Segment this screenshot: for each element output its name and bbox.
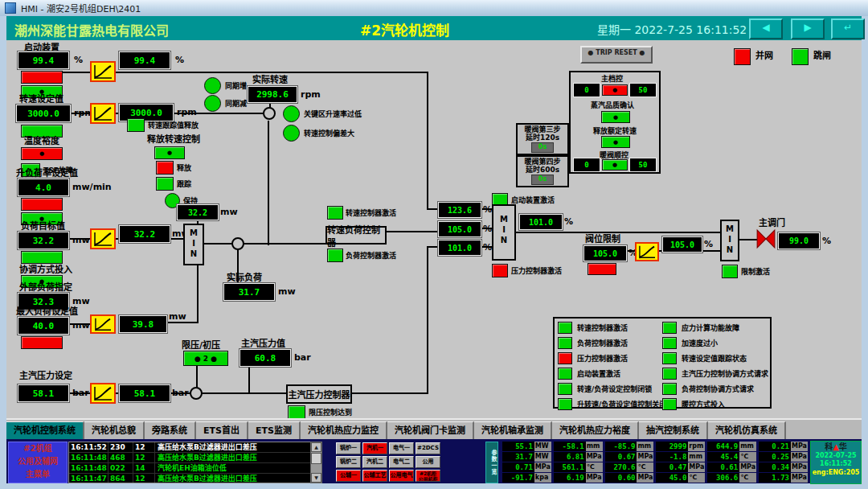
pressure-setpoint-unit: bar	[72, 388, 89, 398]
alarm-row[interactable]: 16:11:52 230 12 高压给水泵B过滤器进出口差压	[69, 442, 310, 453]
btn-boiler-1[interactable]: 锅炉一	[336, 442, 361, 454]
scroll-down-icon[interactable]: ▼	[311, 473, 321, 483]
btn-common-electric[interactable]: 公用电气	[389, 470, 414, 482]
tab-thermal-stress-monitor[interactable]: 汽轮机热应力监控	[301, 421, 387, 440]
crit-zone-lamp[interactable]	[283, 105, 300, 122]
btn-turbine-1[interactable]: 汽机一	[362, 442, 387, 454]
scroll-up-icon[interactable]: ▲	[311, 442, 321, 452]
btn-2dcs[interactable]: #2DCS	[416, 442, 440, 454]
speed-dev-lamp[interactable]	[283, 125, 300, 142]
btn-cabinet-status[interactable]: #2机柜 公用机柜	[416, 470, 440, 482]
master-gear-button[interactable]: ●	[602, 84, 628, 96]
status-row: 主汽压力控制协调方式请求	[662, 368, 768, 380]
tab-valve-stuck-monitor[interactable]: 汽轮机阀门卡监测	[387, 421, 474, 440]
tab-ets-monitor[interactable]: ETS监测	[248, 421, 301, 440]
speed-ctrl-active-lamp[interactable]	[327, 206, 343, 220]
release-rated-button[interactable]: ●	[601, 136, 630, 148]
pv-cell: -1.8mm	[656, 452, 705, 462]
limit-active-lamp[interactable]	[722, 265, 738, 278]
status-lamp	[662, 322, 677, 334]
ramp-limiter-icon	[90, 61, 116, 82]
header-datetime: 星期一 2022-7-25 16:11:52	[597, 21, 747, 37]
limit-init-selector[interactable]: ● 2 ●	[183, 351, 228, 366]
nav-prev-button[interactable]: ◀	[749, 18, 783, 39]
load-ctrl-active-lamp[interactable]	[327, 249, 343, 262]
speed-setpoint-value: 3000.0	[16, 105, 71, 122]
status-label: 负荷控制器激活	[577, 338, 628, 348]
load-target-lamp[interactable]	[21, 251, 63, 264]
track-lamp[interactable]	[156, 177, 174, 191]
tab-turbine-simulation[interactable]: 汽轮机仿真系统	[708, 421, 786, 440]
pv-unit: MPa	[586, 452, 603, 462]
nav-next-button[interactable]: ▶	[791, 18, 825, 39]
pressure-active-label: 压力控制器激活	[511, 266, 562, 276]
pv-cell: 0.60MPa	[605, 473, 654, 483]
ext-load-unit: mw	[72, 296, 90, 306]
alarm-row[interactable]: 16:11:48 022 14 汽轮机EH油箱油位低	[69, 463, 310, 474]
vendor-logo: 科▲华	[811, 442, 861, 452]
master-gear-label: 主档控	[601, 73, 623, 84]
load-rate-lamp-red[interactable]	[21, 198, 63, 211]
ramp-limiter-icon	[90, 383, 116, 404]
pressure-active-lamp[interactable]	[492, 264, 508, 277]
tab-turbine-control[interactable]: 汽轮机控制系统	[6, 421, 84, 440]
alarm-row[interactable]: 16:11:48 468 12 高压给水泵B过滤器进出口差压	[69, 453, 310, 463]
status-label: 升转速/负荷设定值控制关闭	[577, 399, 666, 409]
pv-value: 45.0	[656, 473, 688, 483]
nav-return-button[interactable]: ↵	[831, 18, 865, 39]
release-speed-ctrl-lamp[interactable]: ●	[154, 146, 185, 159]
scroll-thumb[interactable]	[311, 453, 321, 464]
temp-margin-lamp[interactable]: ●	[21, 147, 63, 160]
alarm-scrollbar[interactable]: ▲ ▼	[310, 442, 322, 483]
warm-seq-button[interactable]: ●	[602, 159, 628, 171]
max-load-lamp[interactable]	[21, 336, 63, 349]
pv-value: 644.9	[707, 442, 739, 451]
limit-reached-lamp[interactable]	[288, 405, 305, 419]
parameter-overview-tab[interactable]: 参数一览	[485, 442, 498, 483]
sync-down-lamp[interactable]	[204, 95, 221, 112]
status-row: 升转速/负荷设定值控制关闭	[558, 398, 666, 410]
window-titlebar[interactable]: HMI - 潮安2号机组DEH\2401	[0, 0, 868, 17]
speed-track-release-lamp[interactable]	[127, 118, 145, 132]
start-device-lamp-red[interactable]	[21, 71, 63, 84]
btn-electric-1[interactable]: 电气一	[389, 442, 414, 454]
max-load-value: 40.0	[18, 317, 69, 335]
pv-value: 0.60	[605, 473, 637, 483]
tab-bearing-monitor[interactable]: 汽轮机轴承监测	[474, 421, 552, 440]
sync-up-lamp[interactable]	[204, 77, 221, 94]
btn-boiler-2[interactable]: 锅炉二	[336, 456, 361, 468]
tab-thermal-stress-margin[interactable]: 汽轮机热应力裕度	[552, 421, 639, 440]
btn-common-dcs[interactable]: 公用DCS	[416, 456, 440, 468]
btn-electric-2[interactable]: 电气二	[389, 456, 414, 468]
tab-extraction-control[interactable]: 抽汽控制系统	[639, 421, 708, 440]
steam-quality-button[interactable]: ●	[601, 111, 630, 123]
menu-unit2[interactable]: #2机组	[9, 442, 67, 455]
start-device-out-unit: %	[175, 55, 184, 65]
tab-bypass-system[interactable]: 旁路系统	[145, 421, 196, 440]
pv-value: 2999	[656, 442, 688, 451]
status-lamp	[662, 383, 677, 395]
pv-unit: MPa	[688, 462, 705, 472]
pv-unit: mm	[688, 452, 705, 462]
tab-ets-first-out[interactable]: ETS首出	[196, 421, 248, 440]
main-valve-unit: %	[822, 236, 831, 246]
btn-aux-process[interactable]: 公辅工艺	[362, 470, 387, 482]
menu-main[interactable]: 主菜单	[9, 468, 67, 481]
load-target-label: 负荷目标值	[21, 222, 65, 232]
valve-limit-lamp[interactable]	[588, 263, 616, 275]
menu-common-aux[interactable]: 公用及辅网	[9, 455, 67, 468]
load-target-unit: mw	[72, 235, 90, 245]
ramp-limiter-icon	[90, 103, 116, 124]
pv-cell: 0.25MPa	[759, 452, 808, 462]
tab-turbine-overview[interactable]: 汽轮机总貌	[84, 421, 145, 440]
pv-value: 0.67	[605, 452, 637, 462]
pv-value: 31.7	[502, 452, 534, 462]
pv-cell: -85.9mm	[605, 442, 654, 451]
pv-unit: MW	[534, 452, 551, 462]
btn-turbine-2[interactable]: 汽机二	[362, 456, 387, 468]
crit-zone-label: 关键区升速率过低	[304, 109, 362, 119]
release-lamp[interactable]	[156, 161, 174, 175]
alarm-row[interactable]: 16:11:47 864 12 高压给水泵B过滤器进出口差压	[69, 474, 310, 483]
btn-aux-1[interactable]: 公辅一	[336, 470, 361, 482]
trip-reset-button[interactable]: ● TRIP RESET ●	[580, 46, 653, 64]
